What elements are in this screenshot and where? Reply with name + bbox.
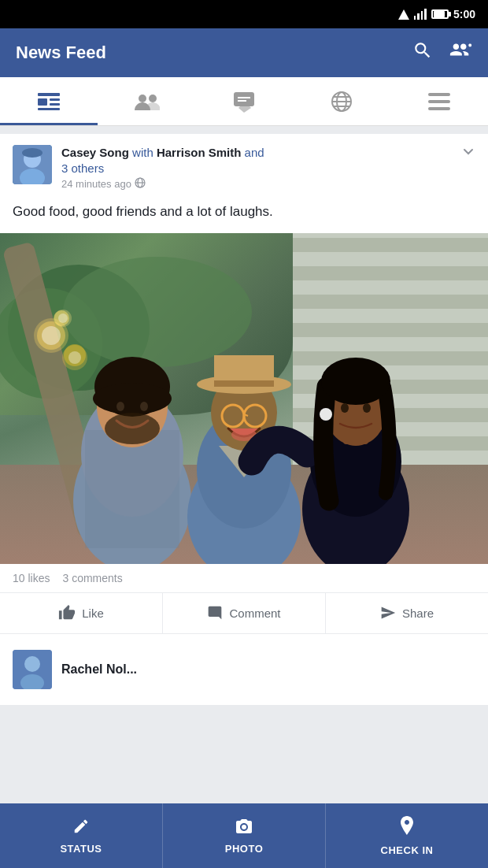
svg-rect-6 — [38, 108, 60, 110]
svg-point-69 — [58, 313, 68, 323]
status-button[interactable]: STATUS — [0, 803, 163, 868]
signal-icon — [414, 9, 427, 20]
svg-rect-4 — [50, 98, 60, 101]
nav-item-menu[interactable] — [390, 77, 488, 125]
like-icon — [58, 604, 76, 621]
svg-rect-18 — [428, 100, 450, 103]
photo-label: PHOTO — [225, 843, 264, 855]
svg-rect-5 — [50, 103, 60, 106]
svg-point-63 — [363, 403, 371, 413]
svg-rect-36 — [85, 430, 179, 548]
svg-point-61 — [320, 408, 332, 421]
photo-button[interactable]: PHOTO — [163, 803, 326, 868]
like-button[interactable]: Like — [0, 593, 163, 633]
menu-icon — [428, 93, 450, 110]
globe-icon — [331, 91, 353, 113]
post-header: Casey Song with Harrison Smith and 3 oth… — [0, 134, 488, 198]
comment-button[interactable]: Comment — [163, 593, 326, 633]
svg-point-60 — [321, 358, 390, 405]
search-button[interactable] — [412, 40, 433, 65]
app-bar-title: News Feed — [16, 43, 412, 63]
share-button[interactable]: Share — [326, 593, 488, 633]
nav-item-news-feed[interactable] — [0, 77, 98, 125]
post-photo — [0, 233, 488, 564]
svg-point-62 — [341, 403, 349, 413]
friends-icon — [133, 91, 160, 112]
nav-bar — [0, 77, 488, 126]
news-feed-icon — [36, 91, 61, 112]
svg-rect-19 — [428, 107, 450, 110]
nav-item-friends[interactable] — [98, 77, 195, 125]
camera-icon — [235, 818, 253, 838]
svg-point-65 — [42, 326, 61, 345]
location-icon — [399, 816, 415, 840]
post-dropdown-button[interactable] — [461, 145, 475, 163]
avatar-image — [13, 145, 52, 184]
likes-count: 10 likes — [13, 572, 50, 584]
post-time: 24 minutes ago — [61, 177, 452, 191]
svg-rect-3 — [38, 98, 47, 106]
svg-point-7 — [139, 95, 146, 102]
avatar — [13, 145, 52, 184]
svg-point-29 — [63, 257, 252, 367]
friend-request-icon — [449, 40, 472, 61]
photo-scene-svg — [0, 233, 488, 564]
globe-small-icon — [135, 177, 146, 191]
nav-item-messages[interactable] — [195, 77, 293, 125]
share-label: Share — [402, 606, 434, 620]
status-bar: 5:00 — [0, 0, 488, 28]
post-text: Good food, good friends and a lot of lau… — [0, 198, 488, 233]
share-icon — [380, 605, 396, 621]
checkin-label: CHECK IN — [381, 844, 434, 856]
app-bar: News Feed — [0, 28, 488, 77]
svg-point-42 — [116, 402, 124, 411]
app-bar-actions — [412, 40, 472, 65]
post-card: Casey Song with Harrison Smith and 3 oth… — [0, 134, 488, 634]
comments-count: 3 comments — [62, 572, 122, 584]
engagement-bar: 10 likes 3 comments — [0, 564, 488, 593]
next-avatar-image — [13, 650, 52, 689]
svg-rect-50 — [214, 380, 274, 387]
next-post-avatar — [13, 650, 52, 689]
messages-icon — [232, 91, 256, 113]
svg-rect-2 — [38, 93, 60, 96]
svg-point-71 — [24, 656, 40, 672]
svg-point-40 — [93, 383, 172, 414]
action-bar: Like Comment Share — [0, 593, 488, 634]
svg-point-73 — [242, 825, 246, 829]
status-time: 5:00 — [453, 8, 475, 20]
svg-point-8 — [149, 95, 157, 102]
svg-rect-17 — [428, 93, 450, 96]
bottom-bar: STATUS PHOTO CHECK IN — [0, 803, 488, 868]
wifi-icon — [398, 9, 409, 20]
post-author: Casey Song with Harrison Smith and 3 oth… — [61, 145, 452, 176]
status-label: STATUS — [60, 843, 102, 855]
svg-point-43 — [140, 402, 148, 411]
friends-request-button[interactable] — [449, 40, 472, 65]
separator — [0, 126, 488, 134]
search-icon — [412, 40, 433, 61]
post-meta: Casey Song with Harrison Smith and 3 oth… — [61, 145, 452, 191]
next-post-preview: Rachel Nol... — [0, 634, 488, 705]
check-in-button[interactable]: CHECK IN — [326, 803, 488, 868]
comment-label: Comment — [229, 606, 280, 620]
svg-point-23 — [22, 148, 43, 158]
nav-item-globe[interactable] — [293, 77, 390, 125]
chevron-down-icon — [461, 145, 475, 159]
like-label: Like — [82, 606, 104, 620]
battery-icon — [431, 9, 449, 19]
pencil-icon — [72, 818, 90, 838]
next-post-author: Rachel Nol... — [61, 662, 137, 677]
svg-rect-9 — [234, 92, 254, 106]
comment-icon — [207, 605, 223, 621]
status-icons: 5:00 — [398, 8, 475, 20]
svg-point-67 — [68, 351, 81, 364]
